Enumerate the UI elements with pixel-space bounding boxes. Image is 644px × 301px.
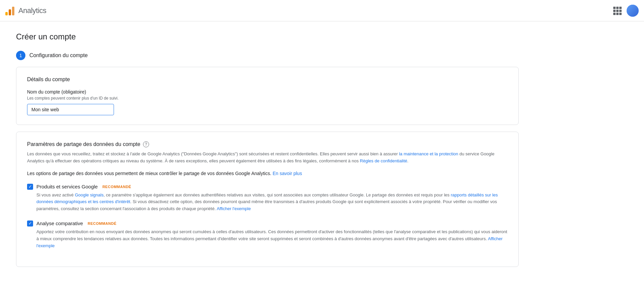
products-label: Produits et services Google	[36, 184, 98, 189]
benchmark-desc-text: Apportez votre contribution en nous envo…	[36, 229, 507, 241]
avatar-image	[627, 5, 639, 17]
grid-dot	[616, 7, 619, 9]
apps-grid-icon[interactable]	[613, 7, 621, 15]
main-content: Créer un compte 1 Configuration du compt…	[0, 21, 535, 284]
sharing-title-row: Paramètres de partage des données du com…	[27, 141, 508, 147]
benchmark-recommended-badge: RECOMMANDÉ	[88, 221, 116, 225]
grid-dot	[619, 13, 622, 15]
account-name-input[interactable]	[27, 104, 114, 115]
products-recommended-badge: RECOMMANDÉ	[102, 185, 131, 189]
page-title: Créer un compte	[16, 32, 519, 41]
grid-dot	[613, 7, 616, 9]
benchmark-description: Apportez votre contribution en nous envo…	[36, 229, 508, 249]
step-label: Configuration du compte	[29, 52, 88, 58]
help-icon[interactable]: ?	[143, 141, 149, 147]
sharing-options-intro: Les options de partage des données vous …	[27, 170, 508, 177]
checkbox-row-products: ✓ Produits et services Google RECOMMANDÉ	[27, 184, 508, 190]
checkmark-icon: ✓	[28, 184, 32, 189]
grid-dot	[619, 7, 622, 9]
desc-text-end: .	[407, 158, 409, 163]
checkbox-products[interactable]: ✓	[27, 184, 33, 190]
user-avatar[interactable]	[627, 5, 639, 17]
products-example-link[interactable]: Afficher l'exemple	[217, 206, 251, 211]
account-details-card: Détails du compte Nom du compte (obligat…	[16, 67, 519, 125]
account-name-label: Nom du compte (obligatoire)	[27, 89, 508, 95]
grid-dot	[613, 10, 616, 12]
analytics-logo	[5, 6, 14, 15]
products-description: Si vous avez activé Google signals, ce p…	[36, 192, 508, 212]
learn-more-link[interactable]: En savoir plus	[273, 171, 302, 176]
header-right	[613, 5, 639, 17]
maintenance-link[interactable]: la maintenance et la protection	[399, 151, 458, 156]
step-badge: 1	[16, 51, 25, 60]
grid-dot	[616, 10, 619, 12]
products-desc-before: Si vous avez activé	[36, 192, 75, 197]
account-details-title: Détails du compte	[27, 77, 508, 83]
google-signals-link[interactable]: Google signals	[75, 192, 104, 197]
sharing-description: Les données que vous recueillez, traitez…	[27, 151, 508, 165]
data-sharing-card: Paramètres de partage des données du com…	[16, 132, 519, 267]
app-title: Analytics	[18, 6, 46, 15]
app-header: Analytics	[0, 0, 644, 21]
logo-bar-2	[9, 9, 11, 15]
checkbox-item-products: ✓ Produits et services Google RECOMMANDÉ…	[27, 184, 508, 212]
intro-text: Les options de partage des données vous …	[27, 171, 273, 176]
products-desc-after1: , ce paramètre s'applique également aux …	[104, 192, 451, 197]
grid-dot	[616, 13, 619, 15]
grid-dot	[613, 13, 616, 15]
account-name-hint: Les comptes peuvent contenir plus d'un I…	[27, 96, 508, 101]
checkbox-row-benchmark: ✓ Analyse comparative RECOMMANDÉ	[27, 220, 508, 227]
step-header: 1 Configuration du compte	[16, 51, 519, 60]
grid-dot	[619, 10, 622, 12]
checkmark-icon: ✓	[28, 221, 32, 225]
checkbox-benchmark[interactable]: ✓	[27, 220, 33, 227]
logo-bar-1	[5, 12, 8, 15]
benchmark-label: Analyse comparative	[36, 220, 83, 226]
logo-bar-3	[12, 7, 14, 15]
desc-text-before: Les données que vous recueillez, traitez…	[27, 151, 399, 156]
header-left: Analytics	[5, 6, 46, 15]
privacy-policy-link[interactable]: Règles de confidentialité	[360, 158, 407, 163]
checkbox-item-benchmark: ✓ Analyse comparative RECOMMANDÉ Apporte…	[27, 220, 508, 249]
sharing-title: Paramètres de partage des données du com…	[27, 141, 140, 147]
